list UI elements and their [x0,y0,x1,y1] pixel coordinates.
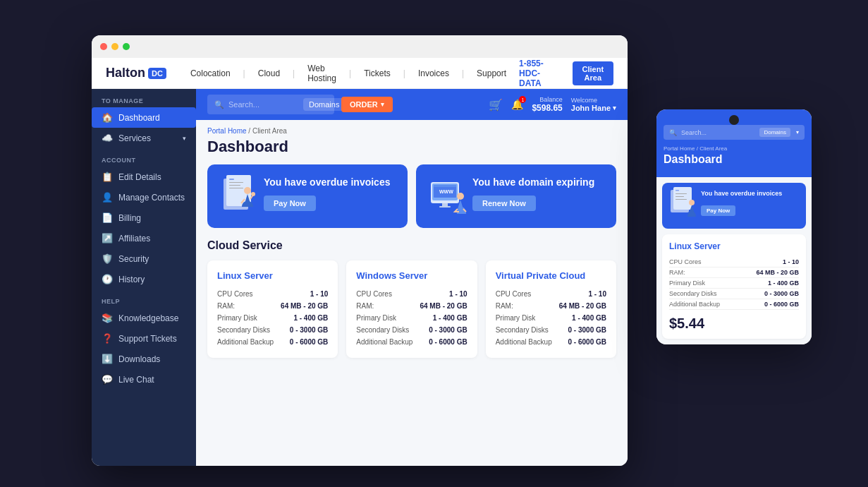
contacts-icon: 👤 [102,192,113,203]
linux-backup-value: 0 - 6000 GB [290,338,328,346]
mobile-disk-row: Primary Disk 1 - 400 GB [669,278,799,289]
sidebar-item-security[interactable]: 🛡️ Security [92,248,196,269]
win-disk-label: Primary Disk [356,314,396,322]
logo-badge: DC [148,68,166,79]
linux-backup-label: Additional Backup [217,338,274,346]
nav-webhosting[interactable]: Web Hosting [307,64,336,83]
mobile-chevron-icon: ▾ [796,129,799,136]
linux-disk-value: 1 - 400 GB [293,314,328,322]
sidebar-item-live-chat[interactable]: 💬 Live Chat [92,369,196,390]
search-box[interactable]: 🔍 Domains ▾ [207,95,334,114]
mobile-cpu-label: CPU Cores [669,258,702,265]
client-area-button[interactable]: Client Area [573,61,613,85]
win-sec-label: Secondary Disks [356,326,409,334]
sidebar-item-billing[interactable]: 📄 Billing [92,208,196,228]
alert-card-domain: WWW [416,164,616,228]
welcome-chevron-icon: ▾ [613,104,616,112]
nav-invoices[interactable]: Invoices [418,68,449,78]
sidebar-item-edit-details[interactable]: 📋 Edit Details [92,167,196,187]
win-backup-row: Additional Backup 0 - 6000 GB [356,336,467,348]
mobile-sec-label: Secondary Disks [669,290,717,297]
service-card-linux: Linux Server CPU Cores 1 - 10 RAM: 64 MB… [207,260,338,358]
security-icon: 🛡️ [102,253,113,264]
edit-icon: 📋 [102,172,113,182]
alert-cards: You have overdue invoices Pay Now [207,164,616,228]
mobile-ram-row: RAM: 64 MB - 20 GB [669,267,799,278]
win-cpu-label: CPU Cores [356,290,392,298]
cloud-icon: ☁️ [102,133,113,143]
sidebar-tickets-label: Support Tickets [118,334,177,344]
page-title: Dashboard [207,138,616,156]
mobile-camera [729,115,739,125]
search-input[interactable] [228,100,299,109]
sidebar-item-services[interactable]: ☁️ Services ▾ [92,128,196,148]
sidebar-item-downloads[interactable]: ⬇️ Downloads [92,349,196,369]
sidebar-item-manage-contacts[interactable]: 👤 Manage Contacts [92,187,196,208]
win-disk-row: Primary Disk 1 - 400 GB [356,312,467,324]
vpc-disk-label: Primary Disk [496,314,536,322]
nav-support[interactable]: Support [477,68,506,78]
sidebar-item-support-tickets[interactable]: ❓ Support Tickets [92,328,196,349]
fullscreen-dot[interactable] [123,43,130,50]
notification-icon[interactable]: 🔔 1 [511,99,523,110]
svg-rect-5 [229,188,243,188]
cart-icon[interactable]: 🛒 [489,98,503,112]
sidebar-edit-label: Edit Details [118,172,161,182]
vpc-ram-row: RAM: 64 MB - 20 GB [496,300,606,312]
vpc-ram-label: RAM: [496,302,513,310]
nav-cloud[interactable]: Cloud [258,68,280,78]
sidebar-kb-label: Knowledgebase [118,313,178,323]
svg-rect-4 [229,185,240,186]
sidebar-item-knowledgebase[interactable]: 📚 Knowledgebase [92,308,196,328]
nav-colocation[interactable]: Colocation [190,68,231,78]
vpc-sec-value: 0 - 3000 GB [568,326,606,334]
sidebar-item-history[interactable]: 🕐 History [92,269,196,289]
vpc-cpu-row: CPU Cores 1 - 10 [496,288,606,300]
close-dot[interactable] [100,43,107,50]
mobile-price: $5.44 [669,315,799,332]
breadcrumb-portal-home[interactable]: Portal Home [207,127,247,135]
knowledgebase-icon: 📚 [102,313,113,323]
mobile-cpu-row: CPU Cores 1 - 10 [669,257,799,267]
mobile-disk-value: 1 - 400 GB [768,279,799,287]
mobile-ram-value: 64 MB - 20 GB [756,269,799,276]
billing-icon: 📄 [102,212,113,223]
mobile-backup-value: 0 - 6000 GB [764,301,799,308]
sidebar-item-affiliates[interactable]: ↗️ Affiliates [92,228,196,248]
chat-icon: 💬 [102,374,113,385]
win-backup-label: Additional Backup [356,338,412,346]
mobile-pay-now-button[interactable]: Pay Now [701,205,735,216]
linux-disk-label: Primary Disk [217,314,257,322]
linux-cpu-label: CPU Cores [217,290,253,298]
win-disk-value: 1 - 400 GB [433,314,467,322]
nav-tickets[interactable]: Tickets [364,68,391,78]
vpc-ram-value: 64 MB - 20 GB [559,302,606,310]
vpc-backup-value: 0 - 6000 GB [568,338,606,346]
sidebar-history-label: History [118,275,145,284]
mobile-search-icon: 🔍 [669,129,677,136]
sidebar-billing-label: Billing [118,213,141,223]
notification-badge: 1 [519,96,526,103]
sidebar-affiliates-label: Affiliates [118,234,150,244]
minimize-dot[interactable] [111,43,118,50]
svg-rect-13 [434,185,456,187]
mobile-search-box[interactable]: 🔍 Search... Domains ▾ [664,125,805,140]
mobile-alert-title: You have overdue invoices [701,190,799,198]
domain-dropdown[interactable]: Domains [303,98,345,111]
content-area: 🔍 Domains ▾ ORDER ▾ 🛒 🔔 1 Balan [196,89,628,466]
browser-titlebar [92,35,628,58]
mobile-sec-row: Secondary Disks 0 - 3000 GB [669,289,799,299]
history-icon: 🕐 [102,274,113,284]
sidebar-item-dashboard[interactable]: 🏠 Dashboard [92,107,196,128]
mobile-domain-btn[interactable]: Domains [759,128,790,137]
order-button[interactable]: ORDER ▾ [341,97,393,112]
pay-now-button[interactable]: Pay Now [264,196,316,211]
renew-now-button[interactable]: Renew Now [472,196,536,211]
win-ram-value: 64 MB - 20 GB [420,302,467,310]
mobile-page-title: Dashboard [664,153,805,172]
linux-sec-value: 0 - 3000 GB [290,326,328,334]
header-bar: 🔍 Domains ▾ ORDER ▾ 🛒 🔔 1 Balan [196,89,628,120]
phone-number: 1-855-HDC-DATA [519,59,559,88]
vpc-cpu-value: 1 - 10 [588,290,606,298]
tickets-icon: ❓ [102,333,113,344]
